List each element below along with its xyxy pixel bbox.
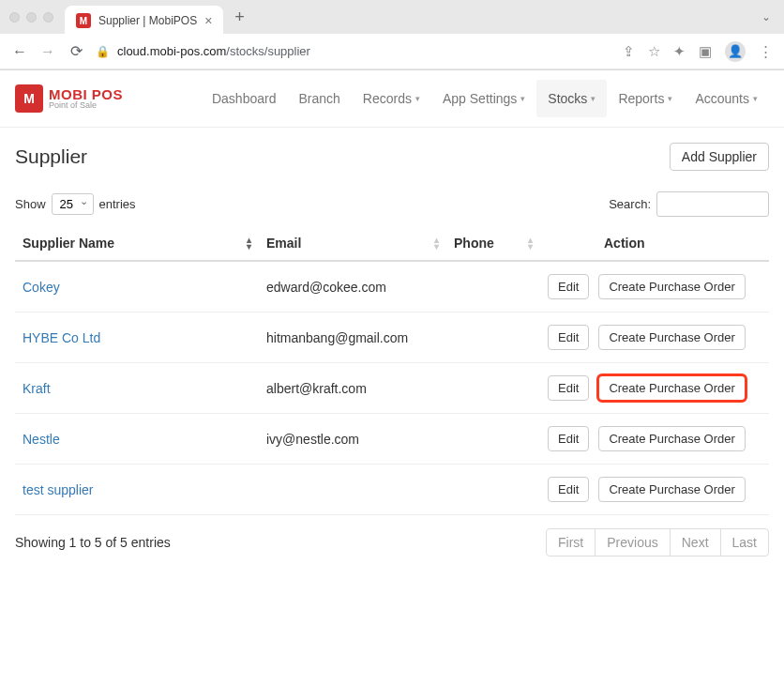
action-cell: EditCreate Purchase Order — [540, 363, 769, 414]
supplier-email: edward@cokee.com — [259, 261, 446, 313]
search-box: Search: — [609, 191, 769, 217]
supplier-email: ivy@nestle.com — [259, 414, 446, 465]
edit-button[interactable]: Edit — [548, 325, 589, 350]
supplier-name-link[interactable]: Cokey — [15, 261, 259, 313]
bookmark-icon[interactable]: ☆ — [648, 43, 660, 60]
create-purchase-order-button[interactable]: Create Purchase Order — [598, 325, 745, 350]
tab-strip: M Supplier | MobiPOS × + ⌄ — [0, 0, 784, 34]
supplier-name-link[interactable]: test supplier — [15, 465, 259, 515]
edit-button[interactable]: Edit — [548, 274, 589, 299]
page-prev[interactable]: Previous — [595, 528, 670, 556]
sort-icon: ▴▾ — [528, 236, 533, 250]
page-size-select[interactable]: 25 — [52, 193, 94, 215]
page-header: Supplier Add Supplier — [15, 143, 769, 171]
table-row: HYBE Co Ltdhitmanbang@gmail.comEditCreat… — [15, 313, 769, 363]
caret-icon: ▾ — [520, 94, 525, 103]
window-close[interactable] — [9, 12, 20, 23]
supplier-email — [259, 465, 446, 515]
caret-icon: ▾ — [415, 94, 420, 103]
new-tab-button[interactable]: + — [234, 8, 245, 27]
create-purchase-order-button[interactable]: Create Purchase Order — [598, 274, 745, 299]
page-next[interactable]: Next — [670, 528, 721, 556]
page-last[interactable]: Last — [720, 528, 769, 556]
browser-tab[interactable]: M Supplier | MobiPOS × — [65, 6, 223, 36]
tab-close-icon[interactable]: × — [204, 13, 212, 28]
table-row: Cokeyedward@cokee.comEditCreate Purchase… — [15, 261, 769, 313]
favicon: M — [76, 13, 91, 28]
nav-item-app-settings[interactable]: App Settings ▾ — [431, 80, 536, 117]
search-label: Search: — [609, 197, 651, 211]
create-purchase-order-button[interactable]: Create Purchase Order — [598, 477, 745, 502]
supplier-phone — [446, 465, 540, 515]
caret-icon: ▾ — [753, 94, 758, 103]
action-cell: EditCreate Purchase Order — [540, 414, 769, 465]
logo-icon: M — [15, 84, 43, 113]
col-supplier-name[interactable]: Supplier Name ▴▾ — [15, 226, 259, 261]
sort-icon: ▴▾ — [434, 236, 439, 250]
window-minimize[interactable] — [26, 12, 37, 23]
back-icon[interactable]: ← — [11, 43, 28, 60]
tab-overflow-icon[interactable]: ⌄ — [761, 10, 771, 23]
supplier-table: Supplier Name ▴▾ Email ▴▾ Phone ▴▾ Actio… — [15, 226, 769, 515]
nav-item-dashboard[interactable]: Dashboard — [201, 80, 288, 117]
supplier-phone — [446, 313, 540, 363]
tab-title: Supplier | MobiPOS — [98, 14, 197, 27]
entries-label: entries — [99, 197, 136, 211]
reload-icon[interactable]: ⟳ — [68, 42, 84, 60]
pagination: First Previous Next Last — [547, 528, 769, 556]
search-input[interactable] — [656, 191, 769, 217]
table-row: Nestleivy@nestle.comEditCreate Purchase … — [15, 414, 769, 465]
col-action: Action — [540, 226, 769, 261]
table-row: test supplierEditCreate Purchase Order — [15, 465, 769, 515]
edit-button[interactable]: Edit — [548, 375, 589, 401]
page-title: Supplier — [15, 145, 87, 168]
supplier-name-link[interactable]: Nestle — [15, 414, 259, 465]
page-content: Supplier Add Supplier Show 25 entries Se… — [0, 128, 784, 572]
supplier-email: hitmanbang@gmail.com — [259, 313, 446, 363]
supplier-phone — [446, 261, 540, 313]
col-phone[interactable]: Phone ▴▾ — [446, 226, 540, 261]
window-controls — [9, 12, 53, 23]
app-logo[interactable]: M MOBI POS Point of Sale — [15, 84, 123, 113]
url-text: cloud.mobi-pos.com/stocks/supplier — [117, 44, 310, 58]
table-row: Kraftalbert@kraft.comEditCreate Purchase… — [15, 363, 769, 414]
url-box[interactable]: 🔒 cloud.mobi-pos.com/stocks/supplier — [96, 44, 611, 58]
show-label: Show — [15, 197, 46, 211]
nav-item-stocks[interactable]: Stocks ▾ — [536, 80, 607, 117]
sort-icon: ▴▾ — [247, 236, 251, 250]
supplier-name-link[interactable]: Kraft — [15, 363, 259, 414]
forward-icon[interactable]: → — [39, 43, 56, 60]
action-cell: EditCreate Purchase Order — [540, 465, 769, 515]
nav-item-reports[interactable]: Reports ▾ — [607, 80, 684, 117]
page-first[interactable]: First — [546, 528, 596, 556]
menu-icon[interactable]: ⋮ — [759, 43, 773, 60]
panel-icon[interactable]: ▣ — [699, 43, 712, 60]
nav-item-branch[interactable]: Branch — [287, 80, 351, 117]
extensions-icon[interactable]: ✦ — [673, 43, 686, 60]
create-purchase-order-button[interactable]: Create Purchase Order — [598, 426, 745, 451]
edit-button[interactable]: Edit — [548, 477, 589, 502]
supplier-phone — [446, 363, 540, 414]
app-header: M MOBI POS Point of Sale DashboardBranch… — [0, 70, 784, 128]
add-supplier-button[interactable]: Add Supplier — [670, 143, 769, 171]
col-email[interactable]: Email ▴▾ — [259, 226, 446, 261]
supplier-name-link[interactable]: HYBE Co Ltd — [15, 313, 259, 363]
address-bar: ← → ⟳ 🔒 cloud.mobi-pos.com/stocks/suppli… — [0, 34, 784, 69]
nav-item-records[interactable]: Records ▾ — [352, 80, 431, 117]
window-maximize[interactable] — [43, 12, 53, 23]
navbar: DashboardBranchRecords ▾App Settings ▾St… — [201, 80, 769, 117]
create-purchase-order-button[interactable]: Create Purchase Order — [598, 375, 745, 401]
caret-icon: ▾ — [668, 94, 672, 103]
logo-text: MOBI POS Point of Sale — [49, 87, 123, 110]
profile-avatar[interactable]: 👤 — [725, 41, 746, 62]
action-cell: EditCreate Purchase Order — [540, 261, 769, 313]
caret-icon: ▾ — [591, 94, 596, 103]
table-controls: Show 25 entries Search: — [15, 191, 769, 217]
nav-item-accounts[interactable]: Accounts ▾ — [684, 80, 769, 117]
browser-chrome: M Supplier | MobiPOS × + ⌄ ← → ⟳ 🔒 cloud… — [0, 0, 784, 70]
share-icon[interactable]: ⇪ — [623, 43, 635, 60]
table-info: Showing 1 to 5 of 5 entries — [15, 535, 171, 550]
supplier-email: albert@kraft.com — [259, 363, 446, 414]
edit-button[interactable]: Edit — [548, 426, 589, 451]
browser-toolbar-right: ⇪ ☆ ✦ ▣ 👤 ⋮ — [623, 41, 773, 62]
